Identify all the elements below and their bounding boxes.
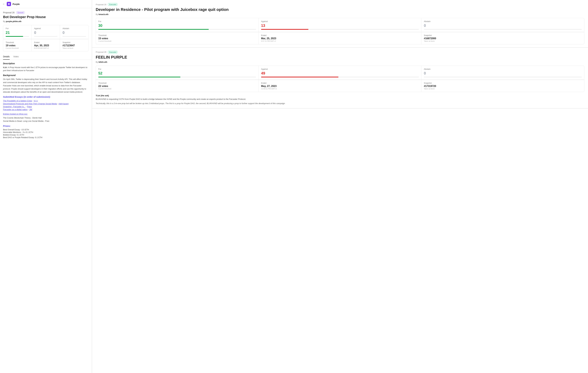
right-proposal-28-label: Proposal 28 bbox=[96, 51, 106, 53]
right-28-abstain-card: Abstain 0 bbox=[421, 66, 584, 80]
right-proposal-28-title: FEELIN PURPLE bbox=[96, 55, 584, 60]
left-proposal-header: Proposal 26 Queued Bot Developer Prop Ho… bbox=[0, 8, 92, 22]
left-abstain-card: Abstain 0 bbox=[60, 25, 88, 39]
right-16-ended-value: Mar, 25, 2023 bbox=[261, 37, 419, 40]
right-proposal-16: Proposal 16 Executed Developer in Reside… bbox=[92, 0, 588, 48]
right-proposal-16-by: By kmacb.eth bbox=[96, 13, 584, 15]
essay-link-3[interactable]: Farcaster as a digital nation bbox=[3, 108, 28, 111]
essay-link-0[interactable]: The Possibility of a Seldon Crisis bbox=[3, 100, 32, 102]
left-against-value: 0 bbox=[34, 31, 58, 35]
essay-author-link-2[interactable]: Papa bbox=[27, 106, 32, 108]
essay-author-link-0[interactable]: m-j-r bbox=[34, 100, 38, 102]
right-28-desc-bold: Tl;dr [the ask] bbox=[96, 94, 584, 97]
essay-author-link-1[interactable]: Adil Kazani bbox=[59, 103, 69, 105]
left-threshold-label: Threshold bbox=[6, 41, 29, 44]
essay-item-0: The Possibility of a Seldon Crisis - m-j… bbox=[3, 100, 89, 102]
tab-votes[interactable]: Votes bbox=[13, 54, 19, 60]
essay-item-2: Snapshot - Farcaster is... - Papa bbox=[3, 106, 89, 108]
left-threshold-value: 19 votes bbox=[6, 44, 29, 47]
right-28-threshold-card: Threshold 22 votes Current threshold bbox=[96, 80, 259, 92]
right-proposal-16-author: kmacb.eth bbox=[99, 13, 108, 15]
proposal-number-row: Proposal 26 Queued bbox=[3, 11, 89, 14]
left-tabs: Details Votes bbox=[0, 54, 92, 60]
right-28-for-value: 52 bbox=[98, 71, 256, 76]
right-28-info-cards: Threshold 22 votes Current threshold End… bbox=[96, 80, 584, 92]
left-proposal-badge: Queued bbox=[16, 11, 25, 14]
right-28-for-bar-fill bbox=[98, 77, 180, 77]
left-for-value: 21 bbox=[6, 31, 29, 35]
right-28-threshold-value: 22 votes bbox=[98, 85, 256, 88]
back-button[interactable]: ← bbox=[2, 2, 5, 6]
right-28-ended-card: Ended May, 27, 2023 11:58:11 PM GMT+2 bbox=[259, 80, 421, 92]
right-16-for-bar-fill bbox=[98, 29, 209, 30]
right-28-abstain-bar-bg bbox=[424, 77, 582, 77]
right-16-for-card: For 30 bbox=[96, 18, 259, 32]
entries-label[interactable]: Entries hosted on Wysr.xyz: bbox=[3, 113, 28, 115]
right-panel: Proposal 16 Executed Developer in Reside… bbox=[92, 0, 588, 373]
essay-author-link-3[interactable]: JW bbox=[29, 108, 32, 111]
right-16-abstain-value: 0 bbox=[424, 23, 582, 28]
right-16-for-bar-bg bbox=[98, 29, 256, 30]
right-28-snapshot-card: Snapshot #17319720 Taken at block bbox=[421, 80, 584, 92]
right-28-description: Tl;dr [the ask] BLVKHVND is requesting 5… bbox=[96, 94, 584, 105]
right-16-info-cards: Threshold 15 votes Current threshold End… bbox=[96, 32, 584, 44]
right-28-threshold-sub: Current threshold bbox=[98, 88, 256, 90]
right-28-for-label: For bbox=[98, 68, 256, 70]
left-against-label: Against bbox=[34, 27, 58, 30]
right-16-abstain-card: Abstain 0 bbox=[421, 18, 584, 32]
right-16-against-label: Against bbox=[261, 20, 419, 22]
background-text: On April 29th, Twitter is deprecating th… bbox=[3, 78, 89, 94]
left-snapshot-sub: Taken at block bbox=[63, 47, 86, 49]
right-16-abstain-bar-bg bbox=[424, 29, 582, 30]
right-16-snapshot-card: Snapshot #16872000 Taken at block bbox=[421, 32, 584, 44]
right-16-ended-label: Ended bbox=[261, 34, 419, 36]
essay-link-2[interactable]: Snapshot - Farcaster is... bbox=[3, 106, 25, 108]
left-ended-label: Ended bbox=[34, 41, 58, 44]
right-28-ended-label: Ended bbox=[261, 82, 419, 84]
background-title: Background bbox=[3, 74, 89, 77]
right-28-for-bar-bg bbox=[98, 77, 256, 77]
left-ended-value: Apr, 30, 2023 bbox=[34, 44, 58, 47]
right-16-for-label: For bbox=[98, 20, 256, 22]
left-abstain-label: Abstain bbox=[63, 27, 86, 30]
description-title: Description bbox=[3, 62, 89, 65]
right-proposal-28: Proposal 28 Executed FEELIN PURPLE By bi… bbox=[92, 48, 588, 109]
top-bar: ← Purple bbox=[0, 0, 92, 8]
right-28-desc-italic: Technically, this is a 2-in-one prop but… bbox=[96, 102, 584, 105]
left-panel: ← Purple Proposal 26 Queued Bot Develope… bbox=[0, 0, 92, 373]
tab-details[interactable]: Details bbox=[3, 54, 10, 60]
left-ended-sub: 8:43:59 AM GMT+2 bbox=[34, 47, 58, 49]
essay-list: The Possibility of a Seldon Crisis - m-j… bbox=[3, 100, 89, 111]
right-28-against-label: Against bbox=[261, 68, 419, 70]
right-28-desc-text: BLVKHVND is requesting 5 ETH from Purple… bbox=[96, 98, 584, 101]
essay-link-1[interactable]: Decentralized Protocols and How They Cha… bbox=[3, 103, 57, 105]
right-28-threshold-label: Threshold bbox=[98, 82, 256, 84]
right-16-threshold-label: Threshold bbox=[98, 34, 256, 36]
svg-point-0 bbox=[8, 3, 10, 5]
app-name: Purple bbox=[12, 3, 20, 5]
right-16-threshold-card: Threshold 15 votes Current threshold bbox=[96, 32, 259, 44]
right-proposal-16-title: Developer in Residence - Pilot program w… bbox=[96, 7, 584, 12]
essay-item-3: Farcaster as a digital nation - JW bbox=[3, 108, 89, 111]
right-16-ended-card: Ended Mar, 25, 2023 5:57:11 PM GMT+2 bbox=[259, 32, 421, 44]
left-proposal-by: By purple.philm.eth bbox=[3, 20, 89, 22]
right-16-vote-cards: For 30 Against 13 Abstain 0 bbox=[96, 18, 584, 32]
left-snapshot-card: Snapshot #17123647 Taken at block bbox=[60, 39, 88, 51]
essay-sep-1: - bbox=[57, 103, 59, 105]
entries-section: Entries hosted on Wysr.xyz: The Cosmic B… bbox=[3, 112, 89, 123]
entry-1: Social Media is Dead. Long Live Social M… bbox=[3, 120, 89, 123]
right-proposal-16-label: Proposal 16 bbox=[96, 3, 106, 6]
right-16-ended-sub: 5:57:11 PM GMT+2 bbox=[261, 40, 419, 42]
right-proposal-28-by: By billzh.eth bbox=[96, 61, 584, 63]
right-28-vote-cards: For 52 Against 49 Abstain 0 bbox=[96, 66, 584, 80]
left-for-label: For bbox=[6, 27, 29, 30]
left-for-card: For 21 bbox=[3, 25, 32, 39]
right-16-threshold-value: 15 votes bbox=[98, 37, 256, 40]
tldr-content: A Prop House round with five 1 ETH prize… bbox=[3, 66, 87, 72]
left-abstain-value: 0 bbox=[63, 31, 86, 35]
left-ended-card: Ended Apr, 30, 2023 8:43:59 AM GMT+2 bbox=[32, 39, 60, 51]
left-proposal-number: Proposal 26 bbox=[3, 11, 15, 14]
right-28-against-card: Against 49 bbox=[259, 66, 421, 80]
tldr-prefix: tl;dr: bbox=[3, 66, 8, 68]
left-abstain-bar-bg bbox=[63, 36, 86, 37]
